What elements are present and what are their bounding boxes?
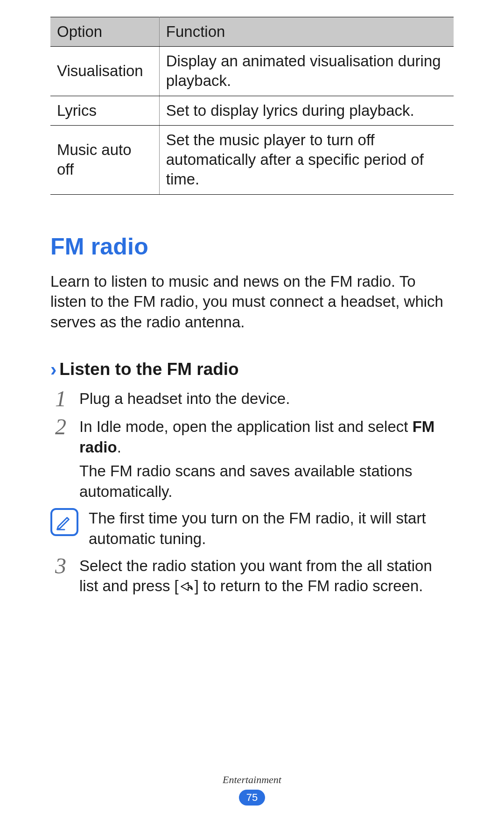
note-text: The first time you turn on the FM radio,…	[89, 508, 454, 549]
section-heading: FM radio	[50, 233, 454, 260]
step-item: 3 Select the radio station you want from…	[50, 556, 454, 598]
table-row: Music auto off Set the music player to t…	[50, 125, 454, 194]
options-table: Option Function Visualisation Display an…	[50, 17, 454, 195]
chevron-right-icon: ›	[50, 359, 56, 380]
table-row: Lyrics Set to display lyrics during play…	[50, 96, 454, 125]
step-text-frag: ] to return to the FM radio screen.	[195, 577, 423, 594]
note-block: The first time you turn on the FM radio,…	[50, 508, 454, 549]
pencil-note-icon	[56, 513, 73, 531]
footer-section-name: Entertainment	[0, 774, 504, 786]
page-number-badge: 75	[239, 790, 265, 806]
step-number: 2	[50, 416, 71, 438]
page-footer: Entertainment 75	[0, 774, 504, 806]
cell-option: Music auto off	[50, 125, 159, 194]
manual-page: Option Function Visualisation Display an…	[0, 0, 504, 827]
step-text-frag: .	[117, 438, 121, 456]
step-item: 2 In Idle mode, open the application lis…	[50, 417, 454, 502]
step-number: 3	[50, 555, 71, 577]
step-text-frag: In Idle mode, open the application list …	[79, 418, 413, 435]
subsection-heading: ›Listen to the FM radio	[50, 359, 454, 380]
col-header-option: Option	[50, 17, 159, 47]
step-body: Plug a headset into the device.	[79, 389, 454, 409]
table-header-row: Option Function	[50, 17, 454, 47]
cell-function: Set to display lyrics during playback.	[159, 96, 454, 125]
cell-function: Display an animated visualisation during…	[159, 47, 454, 96]
cell-function: Set the music player to turn off automat…	[159, 125, 454, 194]
section-intro-text: Learn to listen to music and news on the…	[50, 271, 454, 332]
step-text: Plug a headset into the device.	[79, 389, 454, 409]
step-body: In Idle mode, open the application list …	[79, 417, 454, 502]
steps-list-cont: 3 Select the radio station you want from…	[50, 556, 454, 598]
step-item: 1 Plug a headset into the device.	[50, 389, 454, 410]
table-row: Visualisation Display an animated visual…	[50, 47, 454, 96]
cell-option: Lyrics	[50, 96, 159, 125]
step-number: 1	[50, 388, 71, 410]
step-text: The FM radio scans and saves available s…	[79, 461, 454, 502]
step-text: Select the radio station you want from t…	[79, 556, 454, 598]
step-text: In Idle mode, open the application list …	[79, 417, 454, 457]
col-header-function: Function	[159, 17, 454, 47]
steps-list: 1 Plug a headset into the device. 2 In I…	[50, 389, 454, 502]
subsection-title: Listen to the FM radio	[59, 360, 238, 379]
back-key-icon	[179, 577, 195, 598]
note-icon	[50, 508, 78, 536]
cell-option: Visualisation	[50, 47, 159, 96]
step-body: Select the radio station you want from t…	[79, 556, 454, 598]
note-icon-wrap	[50, 508, 80, 536]
